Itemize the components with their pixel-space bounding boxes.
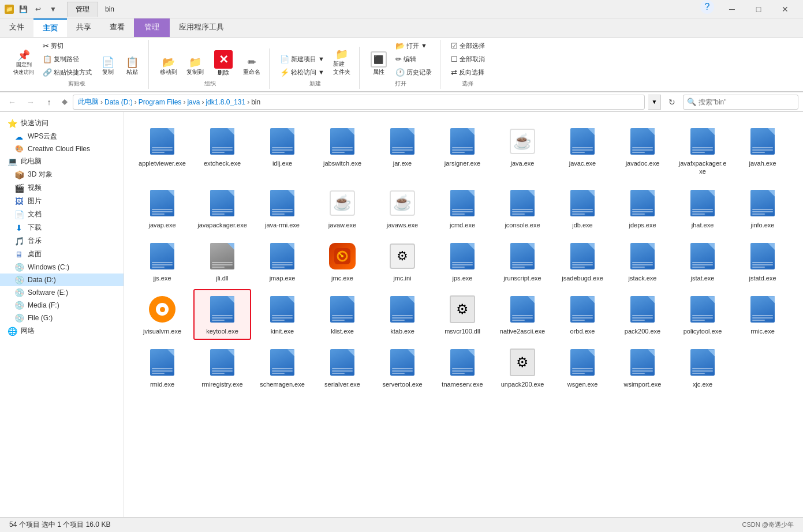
file-item-rmiregistry-exe[interactable]: rmiregistry.exe [193,342,251,393]
delete-button[interactable]: ✕ 删除 [209,48,238,78]
file-item-javadoc-exe[interactable]: javadoc.exe [614,121,671,181]
file-item-pack200-exe[interactable]: pack200.exe [614,289,671,340]
path-jdk[interactable]: jdk1.8.0_131 [206,98,245,106]
select-all-button[interactable]: ☑全部选择 [447,40,488,52]
file-item-native2ascii-exe[interactable]: native2ascii.exe [494,289,551,340]
file-item-jrunscript-exe[interactable]: jrunscript.exe [494,236,551,287]
file-item-java-exe[interactable]: ☕ java.exe [494,121,551,181]
address-path[interactable]: 此电脑 › Data (D:) › Program Files › java ›… [73,95,645,110]
help-button[interactable]: ? [700,0,714,14]
file-item-javafxpackager-exe[interactable]: javafxpackager.exe [674,121,731,181]
sidebar-item-docs[interactable]: 📄 文档 [0,208,124,221]
file-item-jstatd-exe[interactable]: jstatd.exe [734,236,791,287]
file-item-jsadebugd-exe[interactable]: jsadebugd.exe [554,236,611,287]
file-item-jdb-exe[interactable]: jdb.exe [554,183,611,234]
file-item-ktab-exe[interactable]: ktab.exe [374,289,431,340]
file-item-jinfo-exe[interactable]: jinfo.exe [734,183,791,234]
file-item-policytool-exe[interactable]: policytool.exe [674,289,731,340]
file-item-jvisualvm-exe[interactable]: jvisualvm.exe [133,289,191,340]
file-item-jstack-exe[interactable]: jstack.exe [614,236,671,287]
sidebar-item-pics[interactable]: 🖼 图片 [0,194,124,208]
open-button[interactable]: 📂打开 ▼ [392,40,435,52]
refresh-button[interactable]: ↻ [664,95,679,110]
search-input[interactable] [699,98,794,106]
file-item-orbd-exe[interactable]: orbd.exe [554,289,611,340]
copy-button[interactable]: 📄 复制 [96,55,119,78]
edit-button[interactable]: ✏编辑 [392,53,435,65]
back-button[interactable]: ← [5,95,20,110]
file-item-tnameserv-exe[interactable]: tnameserv.exe [434,342,491,393]
close-button[interactable]: ✕ [772,0,798,18]
file-item-extcheck-exe[interactable]: extcheck.exe [193,121,251,181]
undo-qat-button[interactable]: ↩ [31,2,45,16]
file-item-keytool-exe[interactable]: keytool.exe [193,289,251,340]
move-to-button[interactable]: 📂 移动到 [156,55,181,78]
paste-shortcut-button[interactable]: 🔗粘贴快捷方式 [39,66,95,78]
file-item-rmic-exe[interactable]: rmic.exe [734,289,791,340]
file-item-wsimport-exe[interactable]: wsimport.exe [614,342,671,393]
history-button[interactable]: 🕐历史记录 [392,66,435,78]
file-item-xjc-exe[interactable]: xjc.exe [674,342,731,393]
sidebar-item-c[interactable]: 💿 Windows (C:) [0,261,124,274]
file-item-jps-exe[interactable]: jps.exe [434,236,491,287]
new-folder-button[interactable]: 📁 新建文件夹 [329,47,354,78]
file-item-jarsigner-exe[interactable]: jarsigner.exe [434,121,491,181]
sidebar-item-f[interactable]: 💿 Media (F:) [0,299,124,312]
file-item-schemagen-exe[interactable]: schemagen.exe [253,342,311,393]
sidebar-item-cc[interactable]: 🎨 Creative Cloud Files [0,143,124,155]
ribbon-tab-manage[interactable]: 管理 [134,18,170,37]
file-item-jdeps-exe[interactable]: jdeps.exe [614,183,671,234]
file-item-jjs-exe[interactable]: jjs.exe [133,236,191,287]
ribbon-tab-view[interactable]: 查看 [100,18,134,37]
address-dropdown[interactable]: ▼ [648,95,661,110]
file-item-jhat-exe[interactable]: jhat.exe [674,183,731,234]
sidebar-item-desktop[interactable]: 🖥 桌面 [0,248,124,261]
properties-button[interactable]: ⬛ 属性 [367,49,391,78]
sidebar-item-g[interactable]: 💿 File (G:) [0,312,124,324]
path-java[interactable]: java [187,98,200,106]
pin-to-quickaccess-button[interactable]: 📌 固定到快速访问 [9,48,38,78]
cut-button[interactable]: ✂剪切 [39,40,95,52]
new-item-button[interactable]: 📄新建项目 ▼ [277,53,328,65]
file-item-javaws-exe[interactable]: ☕ javaws.exe [374,183,431,234]
file-item-idlj-exe[interactable]: idlj.exe [253,121,311,181]
ribbon-tab-file[interactable]: 文件 [0,18,33,37]
ribbon-tab-share[interactable]: 共享 [67,18,100,37]
file-item-klist-exe[interactable]: klist.exe [313,289,371,340]
file-item-servertool-exe[interactable]: servertool.exe [374,342,431,393]
file-item-serialver-exe[interactable]: serialver.exe [313,342,371,393]
file-item-jabswitch-exe[interactable]: jabswitch.exe [313,121,371,181]
sidebar-item-network[interactable]: 🌐 网络 [0,324,124,338]
file-item-jmc-exe[interactable]: jmc.exe [313,236,371,287]
manage-tab[interactable]: 管理 [67,2,98,17]
file-item-kinit-exe[interactable]: kinit.exe [253,289,311,340]
file-item-wsgen-exe[interactable]: wsgen.exe [554,342,611,393]
file-item-jli-dll[interactable]: jli.dll [193,236,251,287]
sidebar-item-3d[interactable]: 📦 3D 对象 [0,168,124,181]
maximize-button[interactable]: □ [745,0,772,18]
copy-path-button[interactable]: 📋复制路径 [39,53,95,65]
path-program-files[interactable]: Program Files [139,98,182,106]
sidebar-item-music[interactable]: 🎵 音乐 [0,234,124,248]
minimize-button[interactable]: ─ [719,0,745,18]
save-qat-button[interactable]: 💾 [16,2,30,16]
path-data-d[interactable]: Data (D:) [104,98,133,106]
sidebar-item-downloads[interactable]: ⬇ 下载 [0,221,124,234]
sidebar-item-quickaccess[interactable]: ⭐ 快速访问 [0,117,124,130]
sidebar-item-d[interactable]: 💿 Data (D:) [0,274,124,286]
up-button[interactable]: ↑ [42,95,57,110]
path-pc[interactable]: 此电脑 [78,97,99,107]
sidebar-item-e[interactable]: 💿 Software (E:) [0,286,124,299]
file-item-appletviewer-exe[interactable]: appletviewer.exe [133,121,191,181]
invert-selection-button[interactable]: ⇄反向选择 [447,66,488,78]
paste-button[interactable]: 📋 粘贴 [121,55,144,78]
file-item-msvcr100-dll[interactable]: ⚙ msvcr100.dll [434,289,491,340]
file-item-jmap-exe[interactable]: jmap.exe [253,236,311,287]
file-item-jstat-exe[interactable]: jstat.exe [674,236,731,287]
qat-dropdown-button[interactable]: ▼ [46,2,60,16]
file-item-jar-exe[interactable]: jar.exe [374,121,431,181]
sidebar-item-wps[interactable]: ☁ WPS云盘 [0,130,124,143]
file-item-javapackager-exe[interactable]: javapackager.exe [193,183,251,234]
file-item-unpack200-exe[interactable]: ⚙ unpack200.exe [494,342,551,393]
file-item-jcmd-exe[interactable]: jcmd.exe [434,183,491,234]
